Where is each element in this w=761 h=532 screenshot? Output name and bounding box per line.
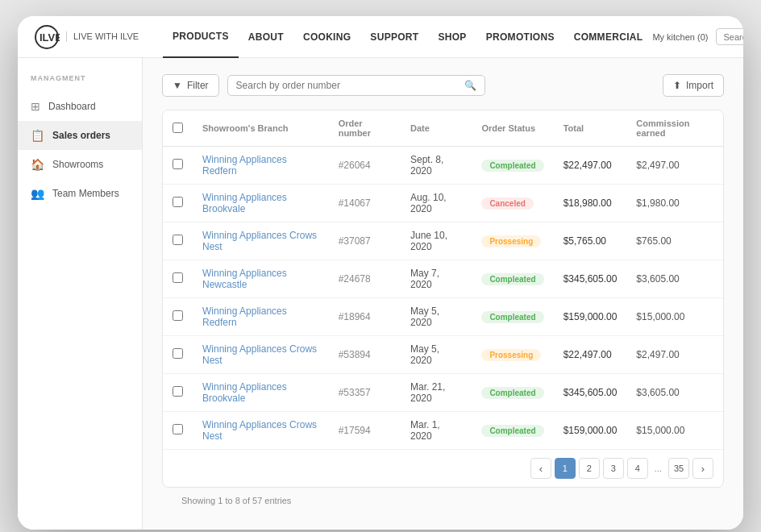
row-checkbox-cell <box>163 412 193 450</box>
prev-page-button[interactable]: ‹ <box>530 458 551 479</box>
nav-cooking[interactable]: COOKING <box>293 16 360 58</box>
svg-text:ILVE: ILVE <box>40 31 60 44</box>
branch-link[interactable]: Winning Appliances Crows Nest <box>202 343 317 366</box>
sidebar-item-label: Showrooms <box>52 159 103 170</box>
row-date: Sept. 8, 2020 <box>401 147 472 185</box>
order-search-icon[interactable]: 🔍 <box>464 80 476 91</box>
row-total: $5,765.00 <box>554 222 627 260</box>
row-order-number: #37087 <box>329 222 401 260</box>
commission-col-header: Commission earned <box>626 110 723 147</box>
row-status: Prossesing <box>472 336 553 374</box>
page-2-button[interactable]: 2 <box>579 458 600 479</box>
branch-link[interactable]: Winning Appliances Brookvale <box>202 192 287 214</box>
nav-search-input[interactable] <box>723 32 743 42</box>
row-order-number: #17594 <box>329 412 401 450</box>
showrooms-icon: 🏠 <box>31 158 44 171</box>
row-commission: $2,497.00 <box>626 147 723 185</box>
row-status: Canceled <box>472 185 553 222</box>
row-branch: Winning Appliances Redfern <box>193 147 329 185</box>
row-order-number: #53894 <box>329 336 401 374</box>
nav-products[interactable]: PRODUCTS <box>163 16 239 58</box>
row-order-number: #24678 <box>329 260 401 298</box>
table-row: Winning Appliances Redfern #26064 Sept. … <box>163 147 723 185</box>
table-row: Winning Appliances Crows Nest #53894 May… <box>163 336 723 374</box>
row-order-number: #14067 <box>329 185 401 222</box>
row-checkbox-cell <box>163 260 193 298</box>
filter-icon: ▼ <box>173 80 182 91</box>
status-badge: Compleated <box>481 273 543 285</box>
total-col-header: Total <box>554 110 627 147</box>
nav-about[interactable]: ABOUT <box>239 16 293 58</box>
nav-promotions[interactable]: PROMOTIONS <box>476 16 564 58</box>
row-commission: $1,980.00 <box>626 185 723 222</box>
table-row: Winning Appliances Brookvale #53357 Mar.… <box>163 374 723 412</box>
select-all-checkbox[interactable] <box>173 123 183 133</box>
branch-link[interactable]: Winning Appliances Brookvale <box>202 381 287 404</box>
row-checkbox-2[interactable] <box>173 235 183 245</box>
status-badge: Prossesing <box>481 349 541 361</box>
nav-right-area: My kitchen (0) 🔍 John Smith ▾ <box>652 26 743 48</box>
nav-commercial[interactable]: COMMERCIAL <box>564 16 653 58</box>
import-icon: ⬆ <box>673 80 681 91</box>
row-checkbox-cell <box>163 298 193 336</box>
sidebar: MANAGMENT ⊞ Dashboard 📋 Sales orders 🏠 S… <box>18 58 143 530</box>
row-date: May 7, 2020 <box>401 260 472 298</box>
page-3-button[interactable]: 3 <box>603 458 624 479</box>
table-row: Winning Appliances Redfern #18964 May 5,… <box>163 298 723 336</box>
row-checkbox-3[interactable] <box>173 272 183 283</box>
table-row: Winning Appliances Crows Nest #17594 Mar… <box>163 412 723 450</box>
nav-search-bar: 🔍 <box>716 28 743 45</box>
row-order-number: #18964 <box>329 298 401 336</box>
nav-support[interactable]: SUPPORT <box>360 16 428 58</box>
last-page-button[interactable]: 35 <box>668 458 689 479</box>
nav-links: PRODUCTS ABOUT COOKING SUPPORT SHOP PROM… <box>163 16 652 58</box>
row-checkbox-1[interactable] <box>173 197 183 207</box>
branch-link[interactable]: Winning Appliances Redfern <box>202 154 287 177</box>
page-1-button[interactable]: 1 <box>555 458 576 479</box>
dashboard-icon: ⊞ <box>31 100 40 113</box>
page-ellipsis: ... <box>651 463 665 473</box>
sidebar-item-showrooms[interactable]: 🏠 Showrooms <box>18 150 142 179</box>
row-total: $159,000.00 <box>554 412 627 450</box>
row-date: May 5, 2020 <box>401 336 472 374</box>
sidebar-item-sales-orders[interactable]: 📋 Sales orders <box>18 121 142 150</box>
nav-shop[interactable]: SHOP <box>428 16 476 58</box>
branch-link[interactable]: Winning Appliances Newcastle <box>202 268 287 290</box>
team-icon: 👥 <box>31 187 44 200</box>
row-branch: Winning Appliances Brookvale <box>193 374 329 412</box>
sidebar-item-dashboard[interactable]: ⊞ Dashboard <box>18 92 142 121</box>
row-checkbox-cell <box>163 147 193 185</box>
row-status: Prossesing <box>472 222 553 260</box>
row-status: Compleated <box>472 147 553 185</box>
table-header-row: Showroom's Branch Order number Date Orde… <box>163 110 723 147</box>
row-status: Compleated <box>472 260 553 298</box>
sidebar-item-team-members[interactable]: 👥 Team Members <box>18 179 142 208</box>
logo-text: LIVE WITH ILVE <box>66 31 139 42</box>
import-button[interactable]: ⬆ Import <box>663 74 724 97</box>
row-checkbox-0[interactable] <box>173 159 183 169</box>
branch-link[interactable]: Winning Appliances Crows Nest <box>202 230 317 252</box>
row-checkbox-4[interactable] <box>173 310 183 321</box>
order-search-input[interactable] <box>236 80 464 91</box>
row-status: Compleated <box>472 298 553 336</box>
branch-link[interactable]: Winning Appliances Redfern <box>202 305 287 328</box>
date-col-header: Date <box>401 110 472 147</box>
search-container: 🔍 <box>227 75 485 96</box>
row-checkbox-5[interactable] <box>173 348 183 359</box>
orders-table-container: Showroom's Branch Order number Date Orde… <box>162 110 724 488</box>
branch-link[interactable]: Winning Appliances Crows Nest <box>202 419 317 442</box>
filter-label: Filter <box>187 80 209 91</box>
row-checkbox-7[interactable] <box>173 424 183 434</box>
row-date: Mar. 1, 2020 <box>401 412 472 450</box>
page-4-button[interactable]: 4 <box>627 458 648 479</box>
row-checkbox-6[interactable] <box>173 386 183 397</box>
row-date: May 5, 2020 <box>401 298 472 336</box>
row-order-number: #26064 <box>329 147 401 185</box>
filter-button[interactable]: ▼ Filter <box>162 74 219 97</box>
status-badge: Compleated <box>481 425 543 437</box>
row-total: $159,000.00 <box>554 298 627 336</box>
row-branch: Winning Appliances Newcastle <box>193 260 329 298</box>
next-page-button[interactable]: › <box>692 458 713 479</box>
my-kitchen-link[interactable]: My kitchen (0) <box>652 32 708 42</box>
select-all-header <box>163 110 193 147</box>
